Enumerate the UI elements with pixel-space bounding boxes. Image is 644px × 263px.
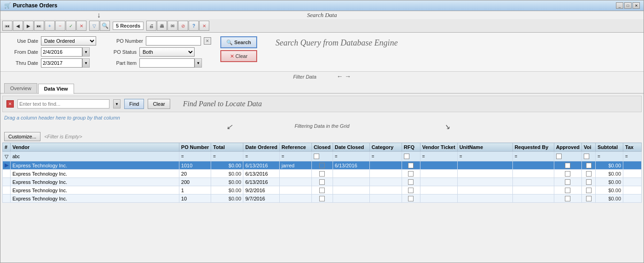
- filter-unit-cell[interactable]: [457, 152, 512, 161]
- filter-dateordered-cell[interactable]: [243, 152, 280, 161]
- find-clear-button[interactable]: Clear: [148, 99, 170, 109]
- rfq-checkbox-1[interactable]: [408, 171, 414, 177]
- col-header-vendor-ticket[interactable]: Vendor Ticket: [420, 143, 457, 152]
- filter-rfq-checkbox[interactable]: [404, 154, 409, 159]
- find-input[interactable]: [17, 99, 109, 109]
- col-header-reference[interactable]: Reference: [280, 143, 312, 152]
- filter-vendor-input[interactable]: [12, 153, 177, 160]
- filter-app-checkbox[interactable]: [556, 154, 562, 159]
- col-header-void[interactable]: Voi: [582, 143, 596, 152]
- col-header-date-closed[interactable]: Date Closed: [333, 143, 369, 152]
- filter-po-input[interactable]: [181, 153, 209, 160]
- find-execute-button[interactable]: Find: [124, 99, 144, 109]
- filter-closed-checkbox[interactable]: [314, 154, 319, 159]
- col-header-approved[interactable]: Approved: [554, 143, 581, 152]
- filter-tax-input[interactable]: [625, 153, 639, 160]
- use-date-select[interactable]: Date Ordered: [41, 36, 96, 46]
- filter-dateclosed-cell[interactable]: [333, 152, 369, 161]
- void-checkbox-3[interactable]: [586, 188, 592, 193]
- part-item-input[interactable]: [139, 58, 195, 68]
- col-header-subtotal[interactable]: Subtotal: [596, 143, 623, 152]
- rfq-checkbox-4[interactable]: [408, 196, 414, 201]
- col-header-tax[interactable]: Tax: [623, 143, 642, 152]
- part-item-dropdown[interactable]: ▼: [195, 58, 202, 68]
- void-checkbox-2[interactable]: [586, 179, 592, 185]
- filter-void-checkbox[interactable]: [584, 154, 589, 159]
- help-button[interactable]: ?: [189, 21, 199, 31]
- filter-sub-cell[interactable]: [596, 152, 623, 161]
- filter-ref-input[interactable]: [282, 153, 310, 160]
- filter-req-input[interactable]: [515, 153, 552, 160]
- nav-next-button[interactable]: ▶: [23, 21, 34, 31]
- print2-icon-button[interactable]: 🖶: [157, 21, 167, 31]
- filter-tax-cell[interactable]: [623, 152, 642, 161]
- approved-checkbox-3[interactable]: [565, 188, 570, 193]
- filter-ticket-input[interactable]: [422, 153, 455, 160]
- remove-button[interactable]: −: [55, 21, 65, 31]
- nav-first-button[interactable]: ⏮: [2, 21, 12, 31]
- po-number-input[interactable]: [146, 36, 201, 46]
- table-row[interactable]: Express Technology Inc. 1 $0.00 9/2/2016: [3, 186, 642, 194]
- table-row[interactable]: Express Technology Inc. 10 $0.00 9/7/201…: [3, 194, 642, 203]
- maximize-button[interactable]: □: [624, 2, 632, 9]
- find-x-button[interactable]: ✕: [6, 100, 14, 108]
- tab-overview[interactable]: Overview: [4, 83, 37, 93]
- filter-ref-cell[interactable]: [280, 152, 312, 161]
- filter-ticket-cell[interactable]: [420, 152, 457, 161]
- filter-unit-input[interactable]: [460, 153, 511, 160]
- filter-req-cell[interactable]: [512, 152, 554, 161]
- col-header-closed[interactable]: Closed: [312, 143, 333, 152]
- approved-checkbox-0[interactable]: [565, 163, 570, 168]
- stop-button[interactable]: ⊘: [178, 21, 188, 31]
- filter-dateordered-input[interactable]: [245, 153, 277, 160]
- col-header-unit-name[interactable]: UnitName: [457, 143, 512, 152]
- from-date-input[interactable]: [41, 47, 82, 57]
- table-row[interactable]: Express Technology Inc. 200 $0.00 6/13/2…: [3, 178, 642, 186]
- col-header-total[interactable]: Total: [211, 143, 243, 152]
- closed-checkbox-2[interactable]: [319, 179, 325, 185]
- approved-checkbox-4[interactable]: [565, 196, 570, 201]
- filter-button[interactable]: ▽: [89, 21, 99, 31]
- po-number-clear-button[interactable]: ✕: [204, 37, 211, 45]
- void-checkbox-4[interactable]: [586, 196, 592, 201]
- thru-date-input[interactable]: [41, 58, 82, 68]
- grid-scroll[interactable]: # Vendor PO Number Total Date Ordered Re…: [2, 143, 642, 203]
- filter-vendor-cell[interactable]: [11, 152, 179, 161]
- filter-po-cell[interactable]: [179, 152, 211, 161]
- closed-checkbox-0[interactable]: [319, 163, 325, 168]
- rfq-checkbox-2[interactable]: [408, 179, 414, 185]
- search-execute-button[interactable]: 🔍 Search: [220, 36, 257, 48]
- add-button[interactable]: +: [45, 21, 55, 31]
- find-dropdown-button[interactable]: ▼: [113, 99, 121, 109]
- col-header-date-ordered[interactable]: Date Ordered: [243, 143, 280, 152]
- closed-checkbox-1[interactable]: [319, 171, 325, 177]
- rfq-checkbox-0[interactable]: [408, 163, 414, 168]
- col-header-rfq[interactable]: RFQ: [402, 143, 420, 152]
- col-header-po-number[interactable]: PO Number: [179, 143, 211, 152]
- filter-cat-cell[interactable]: [369, 152, 402, 161]
- filter-cat-input[interactable]: [372, 153, 400, 160]
- approved-checkbox-2[interactable]: [565, 179, 570, 185]
- check-button[interactable]: ✓: [66, 21, 76, 31]
- tab-data-view[interactable]: Data View: [38, 84, 74, 94]
- void-checkbox-0[interactable]: [586, 163, 592, 168]
- from-date-dropdown[interactable]: ▼: [82, 47, 90, 57]
- col-header-requested-by[interactable]: Requested By: [512, 143, 554, 152]
- filter-sub-input[interactable]: [598, 153, 621, 160]
- minimize-button[interactable]: _: [616, 2, 623, 9]
- nav-last-button[interactable]: ⏭: [34, 21, 44, 31]
- close-button[interactable]: ✕: [632, 2, 640, 9]
- col-header-category[interactable]: Category: [369, 143, 402, 152]
- po-status-select[interactable]: Both Open Closed: [139, 47, 195, 57]
- exit-button[interactable]: ✕: [199, 21, 209, 31]
- print-icon-button[interactable]: 🖨: [146, 21, 156, 31]
- approved-checkbox-1[interactable]: [565, 171, 570, 177]
- void-checkbox-1[interactable]: [586, 171, 592, 177]
- email-button[interactable]: ✉: [167, 21, 178, 31]
- closed-checkbox-4[interactable]: [319, 196, 325, 201]
- table-row[interactable]: ▶ Express Technology Inc. 1010 $0.00 6/1…: [3, 161, 642, 170]
- thru-date-dropdown[interactable]: ▼: [82, 58, 90, 68]
- rfq-checkbox-3[interactable]: [408, 188, 414, 193]
- col-header-vendor[interactable]: Vendor: [11, 143, 179, 152]
- filter-total-input[interactable]: [213, 153, 241, 160]
